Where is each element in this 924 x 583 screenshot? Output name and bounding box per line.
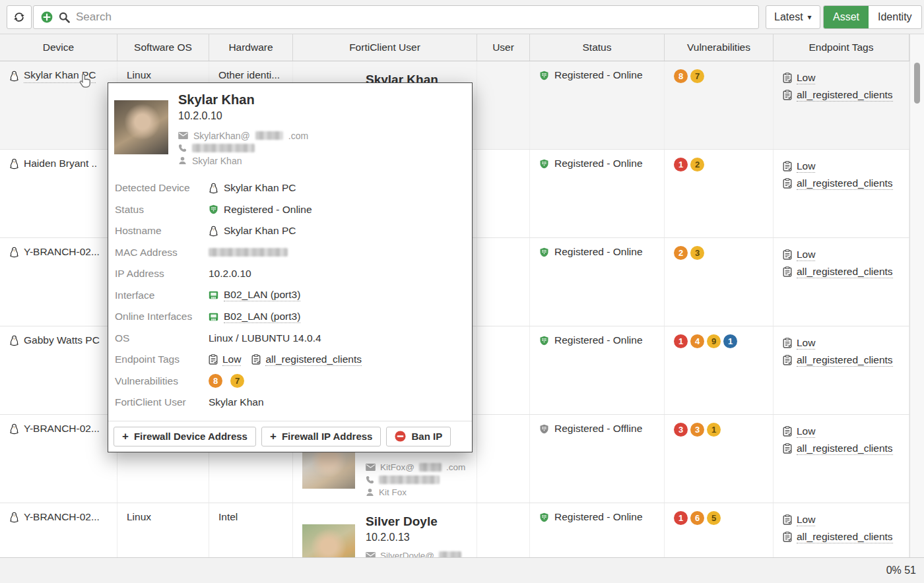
- firewall-device-address-button[interactable]: +Firewall Device Address: [114, 427, 256, 446]
- field-value: 10.2.0.10: [209, 268, 251, 280]
- endpoint-tags-cell: Lowall_registered_clients: [774, 150, 909, 237]
- endpoint-tag-label: all_registered_clients: [797, 531, 893, 543]
- tab-asset[interactable]: Asset: [824, 6, 869, 28]
- endpoint-tag[interactable]: Low: [783, 423, 902, 440]
- email-suffix: .com: [288, 131, 308, 141]
- field-label: IP Address: [115, 268, 209, 280]
- status-cell: Registered - Offline: [530, 415, 665, 503]
- popup-field: HostnameSkylar Khan PC: [115, 220, 465, 242]
- vulnerabilities-cell: 331: [665, 415, 774, 503]
- tag-icon: [783, 514, 792, 525]
- ban-ip-button[interactable]: Ban IP: [386, 427, 451, 446]
- tag-icon: [783, 90, 792, 100]
- field-value-text: Linux / LUBUNTU 14.0.4: [209, 332, 321, 344]
- email-text: SilverDoyle@: [380, 551, 434, 557]
- person-icon: [366, 488, 374, 497]
- device-link[interactable]: Y-BRANCH-02...: [24, 511, 100, 523]
- tag-icon: [209, 354, 218, 365]
- endpoint-tag[interactable]: all_registered_clients: [783, 352, 902, 369]
- device-link[interactable]: Skylar Khan PC: [24, 69, 96, 83]
- field-value-text[interactable]: B02_LAN (port3): [224, 289, 300, 301]
- software-os-cell: Linux: [117, 503, 209, 557]
- status-bar: 0% 51: [0, 557, 924, 583]
- vulnerabilities-cell: 1491: [665, 326, 774, 414]
- status-text: Registered - Online: [554, 69, 643, 81]
- endpoint-tag[interactable]: all_registered_clients: [783, 263, 902, 280]
- endpoint-tag[interactable]: all_registered_clients: [783, 86, 902, 104]
- tag-icon: [783, 161, 792, 171]
- tab-identity[interactable]: Identity: [869, 6, 921, 28]
- device-link[interactable]: Haiden Bryant ..: [24, 158, 97, 169]
- popup-field: OSLinux / LUBUNTU 14.0.4: [115, 328, 465, 350]
- endpoint-tag-label: Low: [222, 353, 241, 366]
- avatar: [302, 524, 355, 557]
- phone-icon: [366, 476, 374, 484]
- shield-online-icon: [539, 512, 549, 522]
- endpoint-tag-label: all_registered_clients: [265, 353, 362, 366]
- button-label: Ban IP: [411, 431, 442, 442]
- vulnerabilities-cell: 12: [665, 150, 774, 237]
- redacted-text: [192, 144, 255, 152]
- endpoint-tag[interactable]: all_registered_clients: [783, 528, 902, 545]
- device-cell: Y-BRANCH-02...: [0, 238, 117, 326]
- status-cell: Registered - Online: [530, 238, 665, 326]
- field-value-text[interactable]: B02_LAN (port3): [224, 311, 300, 323]
- column-header-software-os[interactable]: Software OS: [117, 34, 209, 61]
- refresh-button[interactable]: [7, 5, 32, 29]
- search-icon: [59, 12, 70, 23]
- add-filter-icon[interactable]: [41, 11, 53, 23]
- tag-icon: [783, 249, 792, 260]
- vulnerability-badge: 7: [690, 69, 704, 83]
- endpoint-tag[interactable]: Low: [783, 334, 902, 352]
- vulnerabilities-cell: 23: [665, 238, 774, 326]
- chevron-down-icon: ▾: [808, 13, 812, 22]
- email-icon: [366, 464, 376, 471]
- vulnerability-badge: 4: [690, 334, 704, 348]
- popup-field: StatusRegistered - Online: [115, 199, 465, 221]
- endpoint-tag[interactable]: all_registered_clients: [783, 440, 902, 457]
- refresh-icon: [13, 11, 25, 23]
- endpoint-tag[interactable]: Low: [783, 511, 902, 528]
- scrollbar-thumb[interactable]: [914, 63, 920, 104]
- redacted-text: [419, 463, 442, 472]
- device-link[interactable]: Y-BRANCH-02...: [24, 246, 100, 258]
- field-label: MAC Address: [115, 247, 209, 259]
- firewall-ip-address-button[interactable]: +Firewall IP Address: [261, 427, 381, 446]
- field-label: Endpoint Tags: [115, 353, 209, 365]
- endpoint-tag[interactable]: Low: [783, 246, 902, 263]
- endpoint-tag[interactable]: Low: [783, 158, 902, 175]
- column-header-hardware[interactable]: Hardware: [209, 34, 293, 61]
- column-header-status[interactable]: Status: [530, 34, 665, 61]
- search-input[interactable]: [76, 11, 758, 24]
- vulnerability-badge: 8: [209, 374, 222, 388]
- column-header-device[interactable]: Device: [0, 34, 117, 61]
- endpoint-tag[interactable]: all_registered_clients: [251, 353, 362, 366]
- field-value: Skylar Khan: [209, 396, 264, 408]
- linux-icon: [9, 512, 19, 523]
- endpoint-tag[interactable]: all_registered_clients: [783, 175, 902, 192]
- email-icon: [178, 132, 188, 139]
- column-header-forticlient-user[interactable]: FortiClient User: [293, 34, 477, 61]
- vertical-scrollbar[interactable]: [909, 34, 924, 557]
- email-text: KitFox@: [380, 462, 414, 472]
- shield-offline-icon: [539, 424, 549, 434]
- column-header-endpoint-tags[interactable]: Endpoint Tags: [774, 34, 909, 61]
- tag-icon: [783, 73, 792, 83]
- column-header-user[interactable]: User: [477, 34, 530, 61]
- field-label: OS: [115, 332, 209, 344]
- tag-icon: [783, 266, 792, 277]
- device-link[interactable]: Gabby Watts PC: [24, 334, 100, 346]
- endpoint-tag[interactable]: Low: [783, 69, 902, 86]
- column-header-vulnerabilities[interactable]: Vulnerabilities: [665, 34, 774, 61]
- field-label: Online Interfaces: [115, 311, 209, 322]
- endpoint-tag-label: all_registered_clients: [797, 89, 893, 102]
- device-link[interactable]: Y-BRANCH-02...: [24, 423, 100, 435]
- field-label: Interface: [115, 290, 209, 301]
- endpoint-tag-label: all_registered_clients: [797, 443, 893, 455]
- status-text: Registered - Offline: [554, 423, 642, 435]
- latest-dropdown[interactable]: Latest ▾: [766, 5, 820, 29]
- endpoint-tag-label: all_registered_clients: [797, 354, 893, 367]
- vulnerability-badge: 1: [674, 511, 688, 525]
- device-cell: Gabby Watts PC: [0, 326, 117, 414]
- endpoint-tag[interactable]: Low: [209, 353, 241, 366]
